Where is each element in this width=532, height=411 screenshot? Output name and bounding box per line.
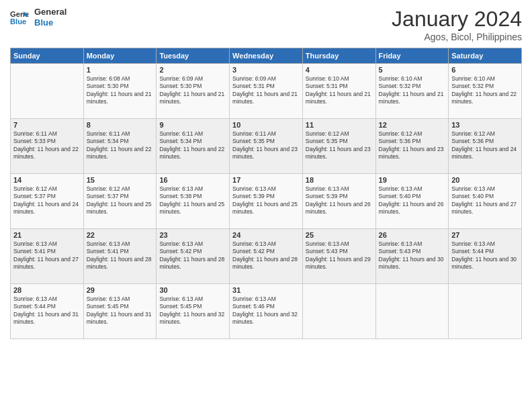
day-cell: 29Sunrise: 6:13 AMSunset: 5:45 PMDayligh… (83, 284, 157, 339)
day-number: 3 (232, 66, 300, 74)
day-cell: 22Sunrise: 6:13 AMSunset: 5:41 PMDayligh… (83, 229, 157, 284)
day-cell: 13Sunrise: 6:12 AMSunset: 5:36 PMDayligh… (449, 119, 522, 174)
header-row: SundayMondayTuesdayWednesdayThursdayFrid… (11, 48, 522, 64)
day-number: 23 (159, 231, 226, 239)
logo-line2: Blue (34, 17, 66, 28)
day-number: 15 (87, 176, 154, 184)
day-cell: 4Sunrise: 6:10 AMSunset: 5:31 PMDaylight… (302, 64, 375, 119)
logo-line1: General (34, 7, 66, 17)
day-cell: 26Sunrise: 6:13 AMSunset: 5:43 PMDayligh… (375, 229, 449, 284)
day-cell: 1Sunrise: 6:08 AMSunset: 5:30 PMDaylight… (83, 64, 157, 119)
day-cell (375, 284, 449, 339)
day-number: 5 (379, 66, 446, 74)
day-cell: 11Sunrise: 6:12 AMSunset: 5:35 PMDayligh… (302, 119, 375, 174)
header: General Blue General Blue January 2024 A… (10, 7, 522, 42)
header-cell-thursday: Thursday (302, 48, 375, 64)
day-number: 2 (159, 66, 226, 74)
day-number: 27 (451, 231, 519, 239)
day-number: 9 (159, 121, 226, 129)
day-cell: 31Sunrise: 6:13 AMSunset: 5:46 PMDayligh… (230, 284, 303, 339)
day-cell (449, 284, 522, 339)
cell-info: Sunrise: 6:13 AMSunset: 5:44 PMDaylight:… (13, 295, 81, 326)
header-cell-wednesday: Wednesday (230, 48, 303, 64)
cell-info: Sunrise: 6:13 AMSunset: 5:44 PMDaylight:… (451, 240, 519, 271)
day-number: 31 (232, 286, 300, 294)
cell-info: Sunrise: 6:11 AMSunset: 5:34 PMDaylight:… (87, 130, 154, 161)
day-number: 6 (451, 66, 519, 74)
day-cell: 24Sunrise: 6:13 AMSunset: 5:42 PMDayligh… (230, 229, 303, 284)
week-row-3: 14Sunrise: 6:12 AMSunset: 5:37 PMDayligh… (11, 174, 522, 229)
day-cell (11, 64, 84, 119)
day-cell: 27Sunrise: 6:13 AMSunset: 5:44 PMDayligh… (449, 229, 522, 284)
day-cell: 21Sunrise: 6:13 AMSunset: 5:41 PMDayligh… (11, 229, 84, 284)
page-container: General Blue General Blue January 2024 A… (0, 0, 532, 411)
day-number: 10 (232, 121, 300, 129)
day-cell: 16Sunrise: 6:13 AMSunset: 5:38 PMDayligh… (157, 174, 230, 229)
day-cell: 19Sunrise: 6:13 AMSunset: 5:40 PMDayligh… (375, 174, 449, 229)
day-number: 4 (306, 66, 373, 74)
day-cell: 17Sunrise: 6:13 AMSunset: 5:39 PMDayligh… (230, 174, 303, 229)
header-cell-friday: Friday (375, 48, 449, 64)
cell-info: Sunrise: 6:13 AMSunset: 5:46 PMDaylight:… (232, 295, 300, 326)
svg-text:Blue: Blue (10, 17, 26, 26)
day-cell (302, 284, 375, 339)
week-row-5: 28Sunrise: 6:13 AMSunset: 5:44 PMDayligh… (11, 284, 522, 339)
day-number: 17 (232, 176, 300, 184)
day-number: 16 (159, 176, 226, 184)
cell-info: Sunrise: 6:09 AMSunset: 5:31 PMDaylight:… (232, 75, 300, 106)
day-cell: 12Sunrise: 6:12 AMSunset: 5:36 PMDayligh… (375, 119, 449, 174)
week-row-4: 21Sunrise: 6:13 AMSunset: 5:41 PMDayligh… (11, 229, 522, 284)
day-cell: 6Sunrise: 6:10 AMSunset: 5:32 PMDaylight… (449, 64, 522, 119)
cell-info: Sunrise: 6:13 AMSunset: 5:42 PMDaylight:… (232, 240, 300, 271)
day-cell: 18Sunrise: 6:13 AMSunset: 5:39 PMDayligh… (302, 174, 375, 229)
day-cell: 7Sunrise: 6:11 AMSunset: 5:33 PMDaylight… (11, 119, 84, 174)
cell-info: Sunrise: 6:13 AMSunset: 5:41 PMDaylight:… (13, 240, 81, 271)
cell-info: Sunrise: 6:13 AMSunset: 5:41 PMDaylight:… (87, 240, 154, 271)
cell-info: Sunrise: 6:13 AMSunset: 5:42 PMDaylight:… (159, 240, 226, 271)
header-cell-monday: Monday (83, 48, 157, 64)
cell-info: Sunrise: 6:12 AMSunset: 5:37 PMDaylight:… (13, 185, 81, 216)
day-cell: 15Sunrise: 6:12 AMSunset: 5:37 PMDayligh… (83, 174, 157, 229)
cell-info: Sunrise: 6:11 AMSunset: 5:33 PMDaylight:… (13, 130, 81, 161)
header-cell-tuesday: Tuesday (157, 48, 230, 64)
cell-info: Sunrise: 6:12 AMSunset: 5:35 PMDaylight:… (306, 130, 373, 161)
day-number: 19 (379, 176, 446, 184)
cell-info: Sunrise: 6:12 AMSunset: 5:37 PMDaylight:… (87, 185, 154, 216)
day-number: 30 (159, 286, 226, 294)
cell-info: Sunrise: 6:13 AMSunset: 5:39 PMDaylight:… (232, 185, 300, 216)
day-cell: 23Sunrise: 6:13 AMSunset: 5:42 PMDayligh… (157, 229, 230, 284)
day-number: 12 (379, 121, 446, 129)
day-cell: 28Sunrise: 6:13 AMSunset: 5:44 PMDayligh… (11, 284, 84, 339)
header-cell-saturday: Saturday (449, 48, 522, 64)
cell-info: Sunrise: 6:11 AMSunset: 5:35 PMDaylight:… (232, 130, 300, 161)
logo: General Blue General Blue (10, 7, 66, 28)
day-cell: 14Sunrise: 6:12 AMSunset: 5:37 PMDayligh… (11, 174, 84, 229)
day-number: 29 (87, 286, 154, 294)
cell-info: Sunrise: 6:10 AMSunset: 5:32 PMDaylight:… (451, 75, 519, 106)
day-cell: 3Sunrise: 6:09 AMSunset: 5:31 PMDaylight… (230, 64, 303, 119)
day-number: 24 (232, 231, 300, 239)
week-row-2: 7Sunrise: 6:11 AMSunset: 5:33 PMDaylight… (11, 119, 522, 174)
day-number: 11 (306, 121, 373, 129)
cell-info: Sunrise: 6:09 AMSunset: 5:30 PMDaylight:… (159, 75, 226, 106)
day-cell: 9Sunrise: 6:11 AMSunset: 5:34 PMDaylight… (157, 119, 230, 174)
cell-info: Sunrise: 6:13 AMSunset: 5:40 PMDaylight:… (451, 185, 519, 216)
day-cell: 8Sunrise: 6:11 AMSunset: 5:34 PMDaylight… (83, 119, 157, 174)
day-number: 20 (451, 176, 519, 184)
cell-info: Sunrise: 6:13 AMSunset: 5:43 PMDaylight:… (379, 240, 446, 271)
header-cell-sunday: Sunday (11, 48, 84, 64)
cell-info: Sunrise: 6:10 AMSunset: 5:32 PMDaylight:… (379, 75, 446, 106)
day-number: 25 (306, 231, 373, 239)
cell-info: Sunrise: 6:13 AMSunset: 5:45 PMDaylight:… (87, 295, 154, 326)
cell-info: Sunrise: 6:12 AMSunset: 5:36 PMDaylight:… (451, 130, 519, 161)
day-number: 8 (87, 121, 154, 129)
day-cell: 30Sunrise: 6:13 AMSunset: 5:45 PMDayligh… (157, 284, 230, 339)
cell-info: Sunrise: 6:12 AMSunset: 5:36 PMDaylight:… (379, 130, 446, 161)
day-cell: 2Sunrise: 6:09 AMSunset: 5:30 PMDaylight… (157, 64, 230, 119)
day-cell: 20Sunrise: 6:13 AMSunset: 5:40 PMDayligh… (449, 174, 522, 229)
cell-info: Sunrise: 6:11 AMSunset: 5:34 PMDaylight:… (159, 130, 226, 161)
day-number: 14 (13, 176, 81, 184)
cell-info: Sunrise: 6:13 AMSunset: 5:45 PMDaylight:… (159, 295, 226, 326)
day-number: 28 (13, 286, 81, 294)
cell-info: Sunrise: 6:13 AMSunset: 5:39 PMDaylight:… (306, 185, 373, 216)
